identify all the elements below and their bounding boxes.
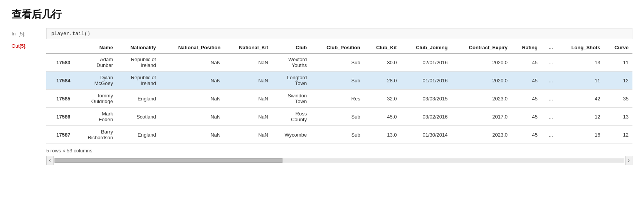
input-cell-row: In [5]: player.tail() — [12, 28, 632, 39]
table-cell: NaN — [160, 108, 225, 126]
table-cell: 2017.0 — [452, 108, 511, 126]
table-cell: 45 — [511, 53, 541, 72]
output-label: Out[5]: — [12, 42, 46, 49]
table-cell: NaN — [160, 90, 225, 108]
table-cell: 32.0 — [364, 90, 401, 108]
page-container: 查看后几行 In [5]: player.tail() Out[5]: Name… — [0, 0, 644, 173]
table-cell: England — [117, 90, 160, 108]
col-club-joining: Club_Joining — [401, 42, 452, 53]
table-cell: Res — [311, 90, 364, 108]
table-header-row: Name Nationality National_Position Natio… — [46, 42, 632, 53]
row-index-cell: 17583 — [46, 53, 74, 72]
table-cell: 12 — [604, 126, 632, 144]
table-cell: AdamDunbar — [74, 53, 117, 72]
col-contract-expiry: Contract_Expiry — [452, 42, 511, 53]
col-club-kit: Club_Kit — [364, 42, 401, 53]
table-cell: 13.0 — [364, 126, 401, 144]
row-count: 5 rows × 53 columns — [46, 148, 632, 154]
table-cell: Wycombe — [272, 126, 311, 144]
table-cell: 45 — [511, 108, 541, 126]
row-index-cell: 17586 — [46, 108, 74, 126]
table-cell: 28.0 — [364, 72, 401, 90]
col-name: Name — [74, 42, 117, 53]
table-cell: 2020.0 — [452, 53, 511, 72]
row-index-cell: 17587 — [46, 126, 74, 144]
table-cell: 45 — [511, 126, 541, 144]
page-title: 查看后几行 — [12, 8, 632, 21]
table-cell: Scotland — [117, 108, 160, 126]
scrollbar-area: ‹ › — [12, 156, 632, 165]
table-cell: 45 — [511, 72, 541, 90]
col-national-position: National_Position — [160, 42, 225, 53]
table-cell: 03/02/2016 — [401, 108, 452, 126]
table-cell: ... — [541, 72, 557, 90]
table-cell: 11 — [557, 72, 604, 90]
table-cell: NaN — [224, 53, 272, 72]
in-text: In — [12, 31, 16, 37]
table-cell: SwindonTown — [272, 90, 311, 108]
table-cell: Sub — [311, 53, 364, 72]
table-cell: ... — [541, 53, 557, 72]
table-cell: 30.0 — [364, 53, 401, 72]
col-rating: Rating — [511, 42, 541, 53]
table-row: 17586MarkFodenScotlandNaNNaNRossCountySu… — [46, 108, 632, 126]
table-cell: NaN — [160, 53, 225, 72]
row-index-cell: 17584 — [46, 72, 74, 90]
table-cell: NaN — [224, 90, 272, 108]
table-cell: 42 — [557, 90, 604, 108]
col-nationality: Nationality — [117, 42, 160, 53]
table-cell: 03/03/2015 — [401, 90, 452, 108]
col-index — [46, 42, 74, 53]
table-cell: 02/01/2016 — [401, 53, 452, 72]
table-cell: Sub — [311, 126, 364, 144]
scroll-left-button[interactable]: ‹ — [46, 156, 54, 165]
table-cell: Republic ofIreland — [117, 72, 160, 90]
table-cell: 16 — [557, 126, 604, 144]
scroll-track[interactable] — [54, 158, 624, 163]
col-curve: Curve — [604, 42, 632, 53]
table-cell: 12 — [557, 108, 604, 126]
table-cell: Republic ofIreland — [117, 53, 160, 72]
table-cell: England — [117, 126, 160, 144]
table-row: 17584DylanMcGoeyRepublic ofIrelandNaNNaN… — [46, 72, 632, 90]
table-cell: TommyOuldridge — [74, 90, 117, 108]
table-cell: 12 — [604, 72, 632, 90]
table-cell: ... — [541, 126, 557, 144]
table-cell: Sub — [311, 72, 364, 90]
table-cell: 13 — [557, 53, 604, 72]
table-cell: Sub — [311, 108, 364, 126]
scroll-thumb[interactable] — [55, 158, 282, 163]
table-cell: 2020.0 — [452, 72, 511, 90]
code-input[interactable]: player.tail() — [46, 28, 632, 39]
table-cell: DylanMcGoey — [74, 72, 117, 90]
input-label: In [5]: — [12, 31, 46, 37]
col-long-shots: Long_Shots — [557, 42, 604, 53]
table-row: 17583AdamDunbarRepublic ofIrelandNaNNaNW… — [46, 53, 632, 72]
table-cell: 11 — [604, 53, 632, 72]
table-cell: BarryRichardson — [74, 126, 117, 144]
table-cell: NaN — [160, 72, 225, 90]
table-cell: LongfordTown — [272, 72, 311, 90]
col-club-position: Club_Position — [311, 42, 364, 53]
table-cell: MarkFoden — [74, 108, 117, 126]
table-cell: 13 — [604, 108, 632, 126]
table-cell: NaN — [224, 126, 272, 144]
table-cell: 45 — [511, 90, 541, 108]
table-cell: NaN — [224, 72, 272, 90]
table-row: 17585TommyOuldridgeEnglandNaNNaNSwindonT… — [46, 90, 632, 108]
row-index-cell: 17585 — [46, 90, 74, 108]
table-cell: 01/30/2014 — [401, 126, 452, 144]
table-cell: 2023.0 — [452, 126, 511, 144]
table-cell: 45.0 — [364, 108, 401, 126]
table-cell: 2023.0 — [452, 90, 511, 108]
output-area: Out[5]: Name Nationality National_Positi… — [12, 42, 632, 154]
table-wrapper: Name Nationality National_Position Natio… — [46, 42, 632, 154]
table-cell: 35 — [604, 90, 632, 108]
table-cell: NaN — [224, 108, 272, 126]
table-cell: WexfordYouths — [272, 53, 311, 72]
scroll-right-button[interactable]: › — [625, 156, 632, 165]
table-row: 17587BarryRichardsonEnglandNaNNaNWycombe… — [46, 126, 632, 144]
table-cell: ... — [541, 90, 557, 108]
table-cell: RossCounty — [272, 108, 311, 126]
table-cell: ... — [541, 108, 557, 126]
